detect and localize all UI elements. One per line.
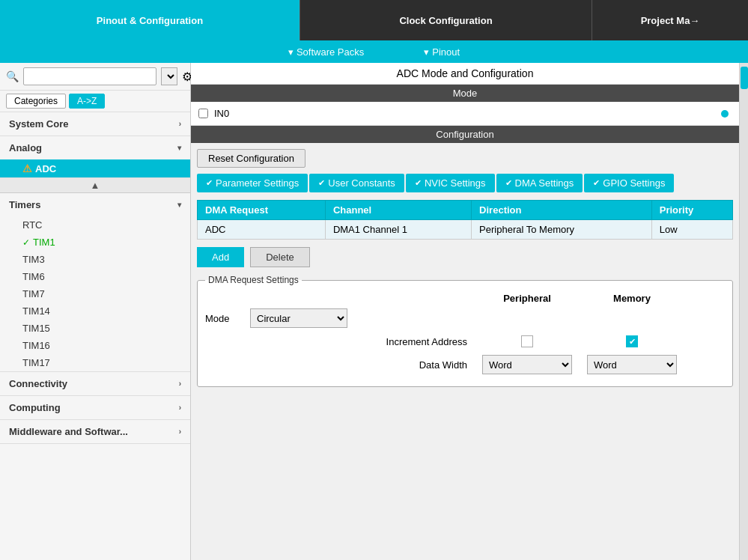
sidebar: 🔍 ⚙ Categories A->Z System Core › Analog… [0, 63, 191, 560]
group-system-core: System Core › [0, 112, 190, 136]
group-timers: Timers ▾ RTC ✓ TIM1 TIM3 TIM6 TIM7 TIM14… [0, 193, 190, 372]
group-middleware: Middleware and Softwar... › [0, 420, 190, 444]
scroll-up-btn[interactable]: ▲ [0, 178, 190, 193]
tab-categories[interactable]: Categories [6, 94, 66, 109]
group-computing: Computing › [0, 396, 190, 420]
software-packs-nav[interactable]: ▾ Software Packs [288, 46, 364, 58]
analog-label: Analog [9, 142, 42, 153]
rtc-label: RTC [22, 219, 42, 231]
search-input[interactable] [23, 67, 156, 85]
clock-tab[interactable]: Clock Configuration [299, 0, 592, 40]
chevron-down-icon: ▾ [288, 46, 294, 58]
tab-atoz[interactable]: A->Z [69, 94, 105, 109]
tim1-label: TIM1 [33, 237, 55, 248]
tab-user-label: User Constants [328, 177, 395, 189]
col-direction: Direction [472, 201, 652, 220]
project-tab[interactable]: Project Ma→ [592, 0, 748, 40]
group-timers-header[interactable]: Timers ▾ [0, 193, 190, 216]
pinout-nav[interactable]: ▾ Pinout [424, 46, 460, 58]
peripheral-increment-checkbox[interactable] [521, 335, 533, 347]
table-row[interactable]: ADC DMA1 Channel 1 Peripheral To Memory … [198, 220, 733, 240]
group-middleware-header[interactable]: Middleware and Softwar... › [0, 420, 190, 443]
tab-parameter-settings[interactable]: ✔ Parameter Settings [197, 174, 308, 192]
in0-checkbox[interactable] [198, 109, 208, 118]
middleware-arrow: › [179, 427, 181, 436]
check-icon-user: ✔ [318, 178, 325, 188]
dma-settings-col-headers: Peripheral Memory [205, 293, 725, 304]
col-priority: Priority [651, 201, 732, 220]
chevron-down-icon-2: ▾ [424, 46, 429, 58]
content-title: ADC Mode and Configuration [191, 63, 739, 85]
computing-label: Computing [9, 402, 61, 413]
tab-user-constants[interactable]: ✔ User Constants [309, 174, 404, 192]
second-nav: ▾ Software Packs ▾ Pinout [0, 40, 748, 63]
sidebar-item-tim14[interactable]: TIM14 [0, 302, 190, 320]
timers-label: Timers [9, 199, 40, 210]
tab-gpio-settings[interactable]: ✔ GPIO Settings [584, 174, 674, 192]
warning-icon: ⚠ [22, 162, 32, 174]
reset-config-button[interactable]: Reset Configuration [197, 149, 305, 168]
check-icon-nvic: ✔ [415, 178, 422, 188]
main-layout: 🔍 ⚙ Categories A->Z System Core › Analog… [0, 63, 748, 560]
sidebar-item-tim1[interactable]: ✓ TIM1 [0, 234, 190, 251]
content-area: ADC Mode and Configuration Mode IN0 Conf… [191, 63, 739, 560]
tab-dma-settings[interactable]: ✔ DMA Settings [496, 174, 583, 192]
cell-request: ADC [198, 220, 326, 240]
config-tabs: ✔ Parameter Settings ✔ User Constants ✔ … [197, 174, 733, 192]
delete-button[interactable]: Delete [250, 247, 310, 267]
memory-col-header: Memory [580, 293, 684, 304]
increment-address-label: Increment Address [355, 336, 475, 347]
middleware-label: Middleware and Softwar... [9, 426, 128, 437]
top-nav: Pinout & Configuration Clock Configurati… [0, 0, 748, 40]
cell-direction: Peripheral To Memory [472, 220, 652, 240]
tab-dma-label: DMA Settings [515, 177, 574, 189]
mode-section: IN0 [191, 102, 739, 126]
check-icon-gpio: ✔ [593, 178, 600, 188]
config-area: Configuration Reset Configuration ✔ Para… [191, 126, 739, 560]
memory-increment-checkbox[interactable]: ✔ [626, 335, 638, 347]
dma-table: DMA Request Channel Direction Priority A… [197, 200, 733, 240]
group-connectivity: Connectivity › [0, 372, 190, 396]
sidebar-search-area: 🔍 ⚙ [0, 63, 190, 91]
sidebar-content: System Core › Analog ▾ ⚠ ADC ▲ [0, 112, 190, 560]
tab-param-label: Parameter Settings [216, 177, 299, 189]
memory-width-select[interactable]: Byte Half Word Word [587, 355, 677, 374]
cell-channel: DMA1 Channel 1 [325, 220, 471, 240]
scrollbar[interactable] [739, 63, 748, 560]
col-channel: Channel [325, 201, 471, 220]
peripheral-width-select[interactable]: Byte Half Word Word [482, 355, 572, 374]
add-button[interactable]: Add [197, 247, 244, 267]
in0-label: IN0 [214, 108, 229, 119]
data-width-row: Data Width Byte Half Word Word Byte [205, 355, 725, 374]
analog-items: ⚠ ADC [0, 159, 190, 177]
sidebar-item-tim3[interactable]: TIM3 [0, 251, 190, 268]
sidebar-item-rtc[interactable]: RTC [0, 216, 190, 234]
analog-arrow: ▾ [177, 144, 181, 152]
sidebar-item-adc[interactable]: ⚠ ADC [0, 159, 190, 177]
group-computing-header[interactable]: Computing › [0, 396, 190, 419]
group-system-core-header[interactable]: System Core › [0, 112, 190, 136]
tab-nvic-label: NVIC Settings [425, 177, 486, 189]
sidebar-item-tim16[interactable]: TIM16 [0, 337, 190, 354]
mode-row: Mode Circular Normal [205, 308, 725, 328]
search-dropdown[interactable] [161, 67, 177, 85]
mode-select[interactable]: Circular Normal [250, 308, 347, 328]
timers-arrow: ▾ [177, 201, 181, 209]
config-header: Configuration [191, 126, 739, 143]
tab-nvic-settings[interactable]: ✔ NVIC Settings [406, 174, 495, 192]
connectivity-arrow: › [179, 380, 181, 388]
sidebar-item-tim7[interactable]: TIM7 [0, 285, 190, 302]
group-connectivity-header[interactable]: Connectivity › [0, 372, 190, 395]
computing-arrow: › [179, 404, 181, 412]
sidebar-item-tim15[interactable]: TIM15 [0, 320, 190, 337]
cell-priority: Low [651, 220, 732, 240]
group-analog-header[interactable]: Analog ▾ [0, 136, 190, 159]
sidebar-item-tim6[interactable]: TIM6 [0, 268, 190, 285]
pinout-tab[interactable]: Pinout & Configuration [0, 0, 299, 40]
project-label: Project Ma→ [641, 15, 700, 26]
check-icon-param: ✔ [206, 178, 213, 188]
dma-settings-legend: DMA Request Settings [205, 275, 302, 285]
col-dma-request: DMA Request [198, 201, 326, 220]
sidebar-item-tim17[interactable]: TIM17 [0, 354, 190, 371]
check-icon-tim1: ✓ [22, 237, 30, 248]
